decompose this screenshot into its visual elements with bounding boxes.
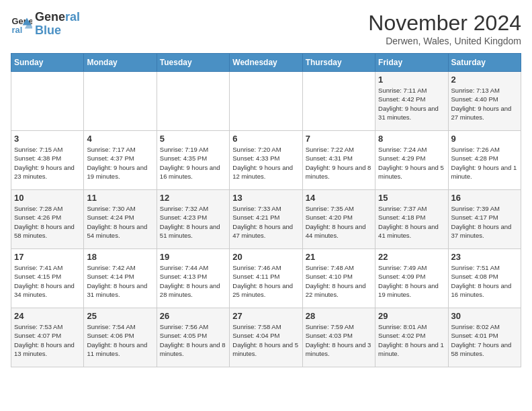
week-row-3: 10Sunrise: 7:28 AM Sunset: 4:26 PM Dayli…: [11, 190, 521, 249]
day-cell: 25Sunrise: 7:54 AM Sunset: 4:06 PM Dayli…: [84, 308, 157, 367]
logo-icon: Gene ral: [11, 13, 32, 35]
day-cell: 22Sunrise: 7:49 AM Sunset: 4:09 PM Dayli…: [375, 249, 448, 308]
day-cell: 30Sunrise: 8:02 AM Sunset: 4:01 PM Dayli…: [448, 308, 521, 367]
day-cell: 28Sunrise: 7:59 AM Sunset: 4:03 PM Dayli…: [302, 308, 375, 367]
calendar-table: SundayMondayTuesdayWednesdayThursdayFrid…: [11, 53, 521, 367]
header-tuesday: Tuesday: [157, 54, 229, 72]
day-number: 19: [160, 252, 226, 262]
day-info: Sunrise: 7:26 AM Sunset: 4:28 PM Dayligh…: [451, 145, 518, 181]
day-cell: [230, 72, 302, 131]
day-number: 21: [306, 252, 372, 262]
day-cell: 26Sunrise: 7:56 AM Sunset: 4:05 PM Dayli…: [157, 308, 229, 367]
day-info: Sunrise: 7:41 AM Sunset: 4:15 PM Dayligh…: [14, 263, 81, 299]
logo-text-general: General: [35, 11, 80, 24]
logo: Gene ral General Blue: [11, 11, 80, 38]
day-cell: 4Sunrise: 7:17 AM Sunset: 4:37 PM Daylig…: [84, 131, 157, 190]
day-cell: 16Sunrise: 7:39 AM Sunset: 4:17 PM Dayli…: [448, 190, 521, 249]
day-number: 6: [232, 134, 299, 144]
day-number: 22: [378, 252, 445, 262]
day-cell: 18Sunrise: 7:42 AM Sunset: 4:14 PM Dayli…: [84, 249, 157, 308]
header-saturday: Saturday: [448, 54, 521, 72]
day-number: 28: [306, 311, 372, 321]
calendar-header: SundayMondayTuesdayWednesdayThursdayFrid…: [11, 54, 521, 72]
day-info: Sunrise: 7:13 AM Sunset: 4:40 PM Dayligh…: [451, 86, 518, 122]
day-info: Sunrise: 7:46 AM Sunset: 4:11 PM Dayligh…: [232, 263, 299, 299]
day-number: 1: [378, 75, 445, 85]
day-info: Sunrise: 7:42 AM Sunset: 4:14 PM Dayligh…: [87, 263, 153, 299]
day-info: Sunrise: 7:33 AM Sunset: 4:21 PM Dayligh…: [232, 204, 299, 240]
day-info: Sunrise: 7:49 AM Sunset: 4:09 PM Dayligh…: [378, 263, 445, 299]
day-info: Sunrise: 8:02 AM Sunset: 4:01 PM Dayligh…: [451, 322, 518, 358]
day-number: 29: [378, 311, 445, 321]
day-number: 25: [87, 311, 153, 321]
day-cell: 27Sunrise: 7:58 AM Sunset: 4:04 PM Dayli…: [230, 308, 302, 367]
day-number: 3: [14, 134, 81, 144]
svg-text:ral: ral: [12, 25, 23, 35]
title-block: November 2024 Derwen, Wales, United King…: [368, 11, 521, 46]
location: Derwen, Wales, United Kingdom: [368, 36, 521, 46]
day-info: Sunrise: 7:15 AM Sunset: 4:38 PM Dayligh…: [14, 145, 81, 181]
week-row-5: 24Sunrise: 7:53 AM Sunset: 4:07 PM Dayli…: [11, 308, 521, 367]
day-number: 30: [451, 311, 518, 321]
day-info: Sunrise: 7:35 AM Sunset: 4:20 PM Dayligh…: [306, 204, 372, 240]
week-row-2: 3Sunrise: 7:15 AM Sunset: 4:38 PM Daylig…: [11, 131, 521, 190]
day-cell: [157, 72, 229, 131]
day-info: Sunrise: 7:39 AM Sunset: 4:17 PM Dayligh…: [451, 204, 518, 240]
day-number: 20: [232, 252, 299, 262]
day-info: Sunrise: 7:17 AM Sunset: 4:37 PM Dayligh…: [87, 145, 153, 181]
day-info: Sunrise: 7:32 AM Sunset: 4:23 PM Dayligh…: [160, 204, 226, 240]
day-cell: 10Sunrise: 7:28 AM Sunset: 4:26 PM Dayli…: [11, 190, 84, 249]
day-info: Sunrise: 7:24 AM Sunset: 4:29 PM Dayligh…: [378, 145, 445, 181]
day-info: Sunrise: 7:19 AM Sunset: 4:35 PM Dayligh…: [160, 145, 226, 181]
day-cell: 14Sunrise: 7:35 AM Sunset: 4:20 PM Dayli…: [302, 190, 375, 249]
day-info: Sunrise: 7:56 AM Sunset: 4:05 PM Dayligh…: [160, 322, 226, 358]
day-cell: 12Sunrise: 7:32 AM Sunset: 4:23 PM Dayli…: [157, 190, 229, 249]
week-row-1: 1Sunrise: 7:11 AM Sunset: 4:42 PM Daylig…: [11, 72, 521, 131]
day-info: Sunrise: 7:53 AM Sunset: 4:07 PM Dayligh…: [14, 322, 81, 358]
day-cell: 19Sunrise: 7:44 AM Sunset: 4:13 PM Dayli…: [157, 249, 229, 308]
header-monday: Monday: [84, 54, 157, 72]
day-info: Sunrise: 7:22 AM Sunset: 4:31 PM Dayligh…: [306, 145, 372, 181]
day-info: Sunrise: 7:59 AM Sunset: 4:03 PM Dayligh…: [306, 322, 372, 358]
day-info: Sunrise: 7:11 AM Sunset: 4:42 PM Dayligh…: [378, 86, 445, 122]
day-number: 13: [232, 193, 299, 203]
day-number: 24: [14, 311, 81, 321]
day-number: 4: [87, 134, 153, 144]
day-cell: 23Sunrise: 7:51 AM Sunset: 4:08 PM Dayli…: [448, 249, 521, 308]
day-number: 18: [87, 252, 153, 262]
day-number: 7: [306, 134, 372, 144]
day-number: 23: [451, 252, 518, 262]
day-number: 27: [232, 311, 299, 321]
day-cell: 15Sunrise: 7:37 AM Sunset: 4:18 PM Dayli…: [375, 190, 448, 249]
header-friday: Friday: [375, 54, 448, 72]
day-cell: [84, 72, 157, 131]
calendar-body: 1Sunrise: 7:11 AM Sunset: 4:42 PM Daylig…: [11, 72, 521, 367]
day-cell: 5Sunrise: 7:19 AM Sunset: 4:35 PM Daylig…: [157, 131, 229, 190]
day-info: Sunrise: 7:58 AM Sunset: 4:04 PM Dayligh…: [232, 322, 299, 358]
day-number: 16: [451, 193, 518, 203]
header-thursday: Thursday: [302, 54, 375, 72]
day-info: Sunrise: 7:28 AM Sunset: 4:26 PM Dayligh…: [14, 204, 81, 240]
day-cell: 20Sunrise: 7:46 AM Sunset: 4:11 PM Dayli…: [230, 249, 302, 308]
day-cell: 24Sunrise: 7:53 AM Sunset: 4:07 PM Dayli…: [11, 308, 84, 367]
day-info: Sunrise: 7:37 AM Sunset: 4:18 PM Dayligh…: [378, 204, 445, 240]
day-info: Sunrise: 7:20 AM Sunset: 4:33 PM Dayligh…: [232, 145, 299, 181]
day-number: 11: [87, 193, 153, 203]
day-cell: 21Sunrise: 7:48 AM Sunset: 4:10 PM Dayli…: [302, 249, 375, 308]
header-row: SundayMondayTuesdayWednesdayThursdayFrid…: [11, 54, 521, 72]
day-number: 8: [378, 134, 445, 144]
day-info: Sunrise: 8:01 AM Sunset: 4:02 PM Dayligh…: [378, 322, 445, 358]
day-cell: 6Sunrise: 7:20 AM Sunset: 4:33 PM Daylig…: [230, 131, 302, 190]
day-cell: 2Sunrise: 7:13 AM Sunset: 4:40 PM Daylig…: [448, 72, 521, 131]
day-info: Sunrise: 7:51 AM Sunset: 4:08 PM Dayligh…: [451, 263, 518, 299]
day-cell: 9Sunrise: 7:26 AM Sunset: 4:28 PM Daylig…: [448, 131, 521, 190]
day-cell: 7Sunrise: 7:22 AM Sunset: 4:31 PM Daylig…: [302, 131, 375, 190]
day-info: Sunrise: 7:54 AM Sunset: 4:06 PM Dayligh…: [87, 322, 153, 358]
month-title: November 2024: [368, 11, 521, 36]
day-cell: 13Sunrise: 7:33 AM Sunset: 4:21 PM Dayli…: [230, 190, 302, 249]
page-header: Gene ral General Blue November 2024 Derw…: [11, 11, 521, 46]
day-cell: [302, 72, 375, 131]
day-number: 15: [378, 193, 445, 203]
day-cell: 1Sunrise: 7:11 AM Sunset: 4:42 PM Daylig…: [375, 72, 448, 131]
logo-text-blue: Blue: [35, 24, 80, 38]
